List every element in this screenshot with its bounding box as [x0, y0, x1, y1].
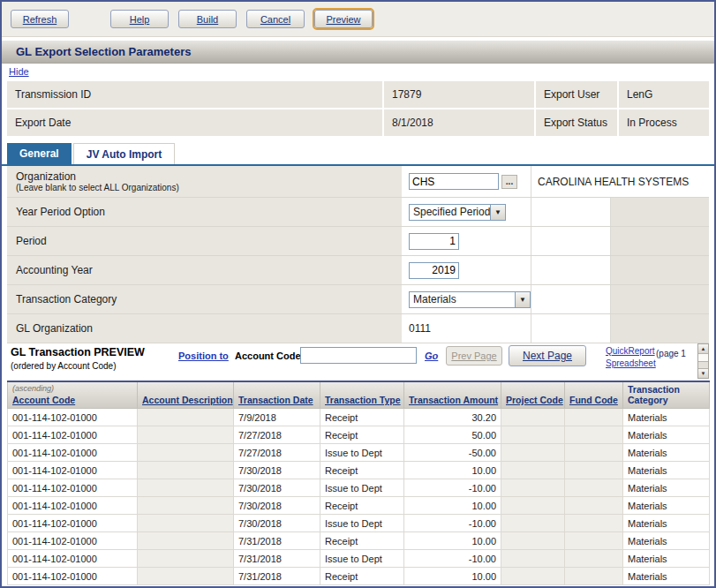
cell-account-description [138, 497, 234, 515]
preview-toolbar: GL Transaction PREVIEW (ordered by Accou… [2, 343, 714, 381]
next-page-button[interactable]: Next Page [509, 345, 586, 366]
cell-transaction-category: Materials [623, 479, 710, 497]
preview-table-body: 001-114-102-010007/9/2018Receipt30.20Mat… [8, 409, 710, 585]
cell-transaction-date: 7/31/2018 [234, 568, 320, 585]
table-row[interactable]: 001-114-102-010007/31/2018Receipt10.00Ma… [8, 568, 710, 585]
gl-organization-row: GL Organization 0111 [7, 314, 709, 343]
cell-account-code: 001-114-102-01000 [8, 550, 138, 568]
table-row[interactable]: 001-114-102-010007/30/2018Issue to Dept-… [8, 479, 710, 497]
cell-transaction-amount: 10.00 [404, 462, 501, 479]
transmission-id-label: Transmission ID [7, 81, 382, 108]
transmission-id-value: 17879 [384, 81, 534, 108]
col-header-transaction-date[interactable]: Transaction Date [234, 381, 320, 409]
cell-account-description [138, 515, 234, 532]
spreadsheet-link[interactable]: Spreadsheet [606, 358, 656, 368]
chevron-down-icon: ▼ [490, 205, 505, 220]
cell-transaction-date: 7/27/2018 [234, 444, 320, 462]
col-header-account-code[interactable]: (ascending) Account Code [8, 381, 138, 409]
col-header-transaction-type[interactable]: Transaction Type [320, 381, 404, 409]
cell-project-code [501, 462, 565, 479]
cell-account-description [138, 444, 234, 462]
col-header-account-description[interactable]: Account Description [138, 381, 234, 409]
year-period-option-select[interactable]: Specified Period ▼ [409, 204, 506, 221]
table-row[interactable]: 001-114-102-010007/31/2018Issue to Dept-… [8, 550, 710, 568]
preview-button[interactable]: Preview [314, 10, 373, 28]
empty-cell [531, 198, 611, 226]
period-input[interactable] [409, 233, 459, 250]
export-status-value: In Process [619, 109, 709, 136]
export-status-label: Export Status [536, 109, 617, 136]
period-control-cell [403, 227, 531, 255]
cell-account-code: 001-114-102-01000 [8, 568, 138, 585]
hide-link[interactable]: Hide [9, 66, 29, 77]
empty-cell [611, 227, 709, 255]
transaction-category-label: Transaction Category [16, 293, 402, 305]
year-period-option-row: Year Period Option Specified Period ▼ [7, 198, 709, 227]
year-period-option-label-cell: Year Period Option [7, 198, 403, 226]
build-button[interactable]: Build [178, 10, 237, 28]
transaction-category-control-cell: Materials ▼ [403, 285, 531, 313]
top-toolbar: Refresh Help Build Cancel Preview [2, 2, 714, 37]
quickreport-link[interactable]: QuickReport [606, 346, 655, 356]
transaction-category-select[interactable]: Materials ▼ [409, 291, 531, 308]
cell-fund-code [565, 444, 623, 462]
cell-transaction-category: Materials [623, 497, 710, 515]
cell-account-description [138, 550, 234, 568]
table-row[interactable]: 001-114-102-010007/9/2018Receipt30.20Mat… [8, 409, 710, 426]
scroll-up-icon[interactable]: ▲ [698, 344, 708, 354]
export-date-value: 8/1/2018 [384, 109, 534, 136]
table-row[interactable]: 001-114-102-010007/30/2018Receipt10.00Ma… [8, 497, 710, 515]
table-row[interactable]: 001-114-102-010007/31/2018Receipt10.00Ma… [8, 532, 710, 550]
cell-account-description [138, 462, 234, 479]
go-link[interactable]: Go [425, 351, 438, 361]
tab-jv-auto-import[interactable]: JV Auto Import [73, 143, 176, 164]
empty-cell [531, 314, 611, 343]
preview-subtitle: (ordered by Account Code) [11, 361, 117, 371]
cell-transaction-amount: -10.00 [404, 550, 501, 568]
cell-transaction-date: 7/9/2018 [234, 409, 320, 426]
cell-transaction-category: Materials [623, 426, 710, 444]
position-to-link[interactable]: Position to [178, 351, 229, 361]
table-row[interactable]: 001-114-102-010007/27/2018Receipt50.00Ma… [8, 426, 710, 444]
empty-cell [531, 256, 611, 284]
accounting-year-row: Accounting Year [7, 256, 709, 285]
cell-transaction-date: 7/30/2018 [234, 479, 320, 497]
page-title-bar: GL Export Selection Parameters [2, 41, 714, 64]
col-header-transaction-amount[interactable]: Transaction Amount [404, 381, 501, 409]
empty-cell [611, 198, 709, 226]
prev-page-button[interactable]: Prev Page [446, 346, 502, 366]
cell-account-code: 001-114-102-01000 [8, 462, 138, 479]
cell-transaction-category: Materials [623, 462, 710, 479]
col-header-fund-code[interactable]: Fund Code [565, 381, 623, 409]
cell-account-description [138, 479, 234, 497]
cell-account-code: 001-114-102-01000 [8, 479, 138, 497]
accounting-year-input[interactable] [409, 262, 459, 279]
page-title: GL Export Selection Parameters [16, 45, 191, 58]
cell-transaction-category: Materials [623, 532, 710, 550]
scrollbar-thumb[interactable] [698, 354, 708, 362]
table-row[interactable]: 001-114-102-010007/30/2018Issue to Dept-… [8, 515, 710, 532]
help-button[interactable]: Help [110, 10, 169, 28]
organization-label: Organization [16, 170, 402, 183]
cell-account-code: 001-114-102-01000 [8, 497, 138, 515]
table-row[interactable]: 001-114-102-010007/30/2018Receipt10.00Ma… [8, 462, 710, 479]
table-header-row: (ascending) Account Code Account Descrip… [8, 381, 710, 409]
cancel-button[interactable]: Cancel [246, 10, 305, 28]
cell-account-code: 001-114-102-01000 [8, 515, 138, 532]
cell-transaction-amount: 50.00 [404, 426, 501, 444]
cell-transaction-type: Issue to Dept [320, 550, 404, 568]
col-header-project-code[interactable]: Project Code [501, 381, 565, 409]
cell-project-code [501, 479, 565, 497]
position-to-input[interactable] [300, 347, 417, 364]
organization-lookup-button[interactable]: ... [501, 175, 517, 189]
refresh-button[interactable]: Refresh [11, 10, 69, 28]
cell-transaction-type: Receipt [320, 497, 404, 515]
empty-cell [611, 285, 709, 313]
organization-input[interactable] [409, 173, 499, 190]
cell-transaction-amount: 10.00 [404, 497, 501, 515]
tab-general[interactable]: General [7, 143, 72, 164]
empty-cell [531, 227, 611, 255]
scroll-down-icon[interactable]: ▼ [698, 368, 708, 378]
table-row[interactable]: 001-114-102-010007/27/2018Issue to Dept-… [8, 444, 710, 462]
preview-title: GL Transaction PREVIEW [11, 346, 145, 358]
